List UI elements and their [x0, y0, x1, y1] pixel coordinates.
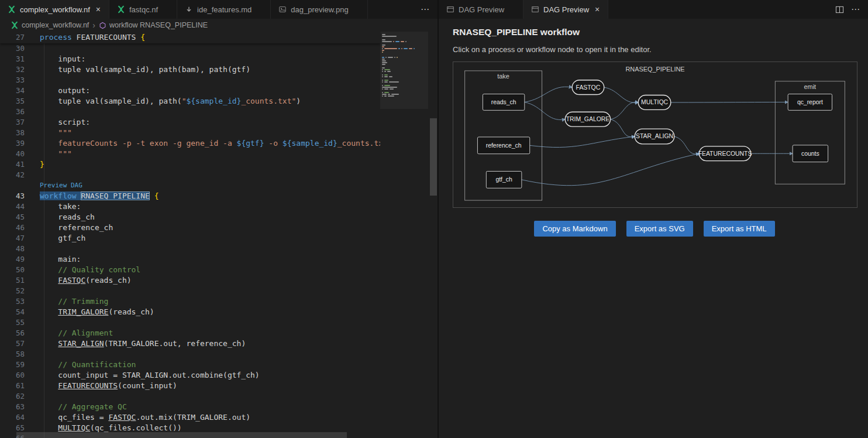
more-actions-icon[interactable]: ⋯ [421, 4, 429, 15]
export-as-html-button[interactable]: Export as HTML [704, 221, 775, 237]
split-editor-icon[interactable] [835, 5, 844, 14]
tabbar-spacer [368, 0, 412, 19]
export-as-svg-button[interactable]: Export as SVG [626, 221, 693, 237]
line-number: 31 [0, 54, 25, 64]
line-number: 56 [0, 328, 25, 338]
svg-text:qc_report: qc_report [797, 99, 823, 105]
breadcrumb-file[interactable]: complex_workflow.nf [22, 21, 89, 29]
code-text [25, 286, 40, 296]
line-number: 42 [0, 170, 25, 180]
image-icon [278, 5, 287, 14]
line-number: 48 [0, 244, 25, 254]
panel-title: RNASEQ_PIPELINE workflow [453, 27, 856, 37]
tab-label: complex_workflow.nf [20, 5, 90, 14]
scrollbar-thumb[interactable] [430, 118, 437, 196]
code-line: 31 input: [0, 54, 380, 64]
more-actions-icon[interactable]: ⋯ [851, 4, 860, 15]
code-line: 56 // Alignment [0, 328, 380, 338]
dag-node-featurecounts[interactable]: FEATURECOUNTS [698, 146, 752, 161]
code-text: // Quantification [25, 360, 136, 370]
indent-guide [44, 43, 44, 438]
line-number: 44 [0, 201, 25, 212]
svg-text:MULTIQC: MULTIQC [641, 99, 669, 105]
scrollbar-thumb[interactable] [16, 432, 347, 438]
dag-node-qc_report: qc_report [788, 94, 832, 111]
code-text: } [25, 159, 44, 170]
tab-dag-preview-png-3[interactable]: dag_preview.png× [271, 0, 367, 19]
line-number: 58 [0, 349, 25, 360]
dag-cluster-label: take [497, 73, 509, 80]
tab-fastqc-nf-1[interactable]: fastqc.nf× [109, 0, 177, 19]
code-text [25, 391, 40, 402]
code-line: 33 [0, 75, 380, 85]
code-line: 64 qc_files = FASTQC.out.mix(TRIM_GALORE… [0, 412, 380, 423]
minimap-viewport [380, 32, 428, 109]
dag-node-fastqc[interactable]: FASTQC [572, 80, 604, 95]
svg-text:TRIM_GALORE: TRIM_GALORE [566, 116, 610, 122]
line-number: 51 [0, 275, 25, 286]
dag-node-reads_ch: reads_ch [483, 94, 524, 111]
tab-label: ide_features.md [197, 5, 252, 14]
line-number: 59 [0, 360, 25, 370]
code-line: 47 gtf_ch [0, 233, 380, 244]
codelens-preview-dag[interactable]: Preview DAG [25, 180, 82, 191]
dag-node-trim_galore[interactable]: TRIM_GALORE [565, 112, 610, 126]
code-line: 59 // Quantification [0, 360, 380, 370]
tab-ide-features-md-2[interactable]: ide_features.md× [177, 0, 271, 19]
code-line: 32 tuple val(sample_id), path(bam), path… [0, 64, 380, 75]
code-line: 60 count_input = STAR_ALIGN.out.combine(… [0, 370, 380, 381]
code-text: FASTQC(reads_ch) [25, 275, 132, 286]
line-number: 40 [0, 149, 25, 159]
dag-node-counts: counts [793, 145, 828, 162]
code-line: 50 // Quality control [0, 265, 380, 275]
line-number: 63 [0, 402, 25, 412]
code-line: 27process FEATURECOUNTS { [0, 32, 380, 43]
dag-diagram: RNASEQ_PIPELINEtakeemitreads_chreference… [453, 61, 857, 208]
tab-dag-preview-1[interactable]: DAG Preview× [523, 0, 608, 19]
close-icon[interactable]: × [593, 5, 602, 14]
left-tabbar: complex_workflow.nf×fastqc.nf×ide_featur… [0, 0, 438, 19]
code-line: 41} [0, 159, 380, 170]
breadcrumb-symbol[interactable]: workflow RNASEQ_PIPELINE [109, 21, 208, 29]
preview-icon [446, 5, 455, 14]
svg-text:gtf_ch: gtf_ch [495, 176, 512, 183]
tab-label: dag_preview.png [291, 5, 348, 14]
code-text: qc_files = FASTQC.out.mix(TRIM_GALORE.ou… [25, 412, 250, 423]
symbol-icon [99, 22, 106, 29]
dag-cluster-label: emit [804, 83, 817, 90]
editor-group-left: complex_workflow.nf×fastqc.nf×ide_featur… [0, 0, 438, 438]
code-text: // Aggregate QC [25, 402, 127, 412]
line-number: 27 [0, 32, 25, 43]
dag-node-multiqc[interactable]: MULTIQC [638, 95, 671, 110]
tab-dag-preview-0[interactable]: DAG Preview× [439, 0, 523, 19]
code-editor[interactable]: 3031 input:32 tuple val(sample_id), path… [0, 32, 438, 438]
copy-as-markdown-button[interactable]: Copy as Markdown [534, 221, 615, 237]
tab-label: fastqc.nf [129, 5, 158, 14]
dag-edge-trim_galore-star_align [611, 119, 635, 137]
line-number: 57 [0, 338, 25, 349]
line-number: 32 [0, 64, 25, 75]
minimap[interactable] [380, 32, 428, 438]
horizontal-scrollbar[interactable] [0, 432, 380, 438]
code-line: 61 FEATURECOUNTS(count_input) [0, 381, 380, 391]
code-text [25, 75, 40, 85]
vertical-scrollbar[interactable] [429, 32, 438, 438]
close-icon[interactable]: × [94, 5, 103, 14]
code-line: Preview DAG [0, 180, 380, 191]
nextflow-icon [11, 21, 19, 29]
tab-complex-workflow-nf-0[interactable]: complex_workflow.nf× [0, 0, 109, 19]
export-buttons-row: Copy as MarkdownExport as SVGExport as H… [453, 221, 856, 237]
code-lines: 3031 input:32 tuple val(sample_id), path… [0, 43, 380, 438]
code-line: 42 [0, 170, 380, 180]
line-number: 53 [0, 296, 25, 307]
code-line: 45 reads_ch [0, 212, 380, 223]
line-number: 62 [0, 391, 25, 402]
panel-subtitle: Click on a process or workflow node to o… [453, 45, 856, 54]
line-number: 36 [0, 107, 25, 117]
code-line: 58 [0, 349, 380, 360]
code-text: take: [25, 201, 81, 212]
code-text: input: [25, 54, 85, 64]
code-text: script: [25, 117, 90, 128]
line-number: 33 [0, 75, 25, 85]
dag-node-star_align[interactable]: STAR_ALIGN [635, 129, 674, 144]
